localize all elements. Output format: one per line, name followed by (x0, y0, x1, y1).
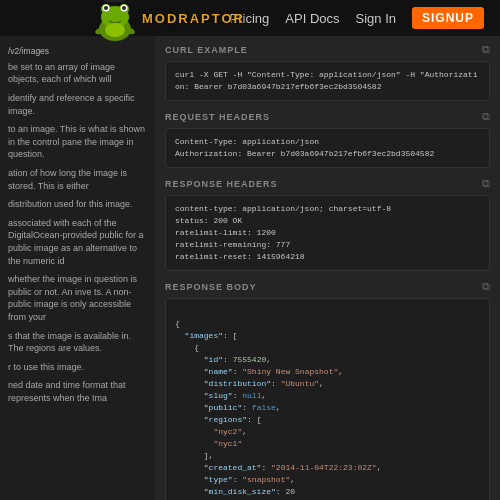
request-headers-section: REQUEST HEADERS ⧉ Content-Type: applicat… (165, 111, 490, 168)
curl-code: curl -X GET -H "Content-Type: applicatio… (165, 61, 490, 101)
logo-icon (90, 0, 140, 47)
curl-title: CURL EXAMPLE (165, 45, 248, 55)
request-headers-title: REQUEST HEADERS (165, 112, 270, 122)
curl-section: CURL EXAMPLE ⧉ curl -X GET -H "Content-T… (165, 44, 490, 101)
sidebar-desc4: ation of how long the image is stored. T… (8, 167, 147, 192)
request-headers-copy-icon[interactable]: ⧉ (482, 111, 490, 123)
response-headers-title: RESPONSE HEADERS (165, 179, 278, 189)
sidebar-desc6: associated with each of the DigitalOcean… (8, 217, 147, 267)
sidebar-desc10: ned date and time format that represents… (8, 379, 147, 404)
sidebar-desc2: identify and reference a specific image. (8, 92, 147, 117)
navbar: MODRAPTOR Pricing API Docs Sign In SIGNU… (0, 0, 500, 36)
curl-copy-icon[interactable]: ⧉ (482, 44, 490, 56)
svg-rect-12 (108, 0, 122, 1)
logo-area: MODRAPTOR (90, 0, 245, 36)
svg-point-8 (105, 23, 125, 37)
request-headers-header: REQUEST HEADERS ⧉ (165, 111, 490, 123)
signup-button[interactable]: SIGNUP (412, 7, 484, 29)
api-docs-link[interactable]: API Docs (285, 11, 339, 26)
signin-button[interactable]: Sign In (356, 11, 396, 26)
svg-point-6 (104, 6, 108, 10)
sidebar-desc9: r to use this image. (8, 361, 147, 374)
response-body-header: RESPONSE BODY ⧉ (165, 281, 490, 293)
sidebar: /v2/images be set to an array of image o… (0, 36, 155, 500)
content-area: CURL EXAMPLE ⧉ curl -X GET -H "Content-T… (155, 36, 500, 500)
response-headers-copy-icon[interactable]: ⧉ (482, 178, 490, 190)
response-body-code: { "images": [ { "id": 7555420, "name": "… (165, 298, 490, 500)
sidebar-desc1: be set to an array of image objects, eac… (8, 61, 147, 86)
svg-point-7 (122, 6, 126, 10)
sidebar-desc7: whether the image in question is public … (8, 273, 147, 323)
sidebar-desc5: distribution used for this image. (8, 198, 147, 211)
sidebar-desc3: to an image. This is what is shown in th… (8, 123, 147, 161)
response-body-section: RESPONSE BODY ⧉ { "images": [ { "id": 75… (165, 281, 490, 500)
sidebar-endpoint: /v2/images (8, 46, 147, 58)
response-headers-header: RESPONSE HEADERS ⧉ (165, 178, 490, 190)
response-body-copy-icon[interactable]: ⧉ (482, 281, 490, 293)
response-headers-section: RESPONSE HEADERS ⧉ content-type: applica… (165, 178, 490, 271)
curl-header: CURL EXAMPLE ⧉ (165, 44, 490, 56)
main-layout: /v2/images be set to an array of image o… (0, 36, 500, 500)
response-body-title: RESPONSE BODY (165, 282, 257, 292)
sidebar-desc8: s that the image is available in. The re… (8, 330, 147, 355)
logo-text: MODRAPTOR (142, 11, 245, 26)
request-headers-code: Content-Type: application/json Authoriza… (165, 128, 490, 168)
response-headers-code: content-type: application/json; charset=… (165, 195, 490, 271)
